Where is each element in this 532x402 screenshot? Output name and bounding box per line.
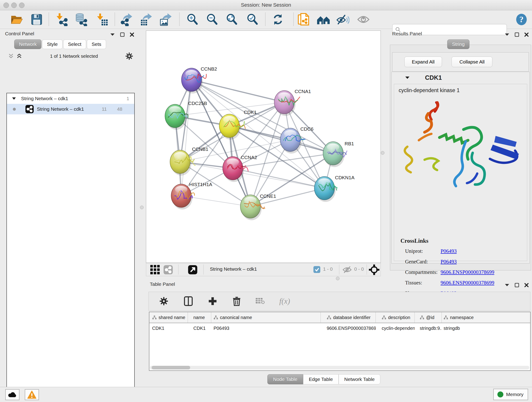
column-header-shared-name[interactable]: shared name (149, 312, 188, 323)
help-button[interactable]: ? (515, 13, 528, 26)
float-panel-icon[interactable] (110, 33, 115, 36)
maximize-panel-icon[interactable] (120, 32, 125, 37)
open-session-button[interactable] (10, 13, 23, 26)
tab-network[interactable]: Network (14, 39, 41, 49)
horizontal-splitter-handle[interactable] (336, 277, 340, 280)
tab-select[interactable]: Select (63, 39, 86, 49)
column-header-@id[interactable]: @id (415, 312, 442, 323)
network-view-mode-button[interactable] (164, 265, 173, 274)
selected-checkbox[interactable] (313, 266, 320, 273)
collapse-all-button[interactable]: Collapse All (452, 57, 492, 67)
zoom-out-button[interactable] (205, 13, 219, 26)
zoom-fit-button[interactable] (225, 13, 239, 26)
export-image-button[interactable] (159, 13, 173, 26)
tab-node-table[interactable]: Node Table (267, 374, 303, 384)
network-collection-row[interactable]: String Network – cdk1 1 (7, 93, 134, 104)
section-collapse-icon[interactable] (405, 76, 410, 79)
network-canvas[interactable]: CCNB2CCNA1CDC25BCDK1CDC6RB1CCNB1CCNA2CDK… (146, 31, 381, 263)
collapse-triangle-icon[interactable] (12, 97, 16, 100)
function-builder-button[interactable]: f(x) (279, 297, 290, 306)
grid-view-button[interactable] (150, 265, 160, 274)
float-panel-icon[interactable] (505, 283, 510, 287)
tab-string[interactable]: String (447, 39, 469, 49)
left-splitter-handle[interactable] (140, 206, 144, 209)
birdseye-toggle-button[interactable] (369, 264, 380, 275)
save-session-button[interactable] (30, 13, 44, 26)
gear-icon[interactable] (126, 52, 133, 60)
cell-namespace: stringdb (442, 323, 530, 333)
network-view-title: String Network – cdk1 (210, 266, 257, 272)
column-header-name[interactable]: name (188, 312, 211, 323)
hidden-toggle[interactable] (342, 266, 352, 274)
collapse-all-icon[interactable] (8, 53, 14, 59)
import-table-button[interactable] (95, 13, 109, 26)
expand-all-icon[interactable] (16, 53, 22, 59)
maximize-panel-icon[interactable] (515, 283, 519, 287)
import-database-button[interactable] (75, 13, 88, 26)
show-all-button[interactable] (356, 13, 370, 26)
export-table-icon (139, 13, 153, 26)
network-selected-status: 1 of 1 Network selected (22, 54, 126, 59)
table-gear-icon[interactable] (160, 297, 168, 305)
zoom-selected-button[interactable] (246, 13, 259, 26)
refresh-button[interactable] (271, 13, 285, 26)
cell-@id: stringdb:9... (415, 323, 442, 333)
delete-icon[interactable] (233, 296, 241, 306)
column-header-namespace[interactable]: namespace (442, 312, 530, 323)
export-table-button[interactable] (139, 13, 153, 26)
save-floppy-icon (31, 13, 43, 26)
column-header-description[interactable]: description (376, 312, 415, 323)
external-arrow-icon (188, 265, 197, 274)
results-panel-title: Results Panel (392, 31, 422, 36)
string-documents-button[interactable] (297, 13, 311, 26)
table-row[interactable]: CDK1CDK1P064939606.ENSP00000378699cyclin… (149, 323, 530, 333)
node-label-cdk1: CDK1 (244, 109, 257, 115)
tab-style[interactable]: Style (42, 39, 63, 49)
close-panel-icon[interactable] (524, 283, 529, 287)
gene-section-header[interactable]: CDK1 (392, 72, 530, 83)
hide-selected-button[interactable] (336, 13, 350, 26)
detach-view-button[interactable] (188, 265, 197, 274)
cloud-icon (8, 391, 17, 398)
home-button[interactable] (317, 13, 330, 26)
zoom-in-button[interactable] (186, 13, 199, 26)
tab-network-table[interactable]: Network Table (339, 374, 380, 384)
right-splitter-handle[interactable] (381, 151, 385, 155)
close-panel-icon[interactable] (524, 32, 529, 37)
maximize-panel-icon[interactable] (515, 32, 519, 37)
main-toolbar: ? (0, 10, 532, 29)
table-hscrollbar[interactable] (150, 366, 529, 370)
network-row-selected[interactable]: String Network – cdk1 11 48 (7, 104, 134, 114)
eye-slash-icon (336, 13, 349, 26)
network-graph[interactable]: CCNB2CCNA1CDC25BCDK1CDC6RB1CCNB1CCNA2CDK… (146, 31, 380, 263)
status-bar: Memory (0, 387, 532, 402)
crosslink-label: Uniprot: (405, 248, 441, 254)
import-network-button[interactable] (55, 13, 69, 26)
expand-all-button[interactable]: Expand All (404, 57, 442, 67)
node-label-hist1h1a: HIST1H1A (189, 182, 212, 187)
tab-edge-table[interactable]: Edge Table (303, 374, 339, 384)
add-row-icon[interactable] (208, 297, 217, 306)
memory-button[interactable]: Memory (493, 389, 528, 400)
delete-table-icon[interactable] (255, 298, 265, 305)
collection-label: String Network – cdk1 (21, 96, 68, 101)
float-panel-icon[interactable] (505, 33, 510, 36)
warning-status-button[interactable] (25, 389, 39, 400)
export-image-icon (159, 13, 172, 26)
add-column-icon[interactable] (184, 296, 193, 306)
table-panel-title: Table Panel (150, 281, 175, 287)
close-panel-icon[interactable] (130, 32, 134, 37)
column-header-canonical-name[interactable]: canonical name (211, 312, 321, 323)
crosslink-link[interactable]: 9606.ENSP00000378699 (441, 269, 494, 275)
export-network-button[interactable] (120, 13, 133, 26)
svg-text:?: ? (519, 15, 524, 24)
scrollbar-thumb[interactable] (152, 366, 190, 370)
tab-sets[interactable]: Sets (87, 39, 106, 49)
node-label-cdc25b: CDC25B (188, 101, 207, 106)
cloud-status-button[interactable] (5, 389, 19, 400)
crosslink-link[interactable]: P06493 (441, 248, 457, 254)
column-header-database-identifier[interactable]: database identifier (321, 312, 376, 323)
crosslink-link[interactable]: P06493 (441, 259, 457, 265)
cell-canonical-name: P06493 (211, 323, 321, 333)
cell-name: CDK1 (188, 323, 211, 333)
